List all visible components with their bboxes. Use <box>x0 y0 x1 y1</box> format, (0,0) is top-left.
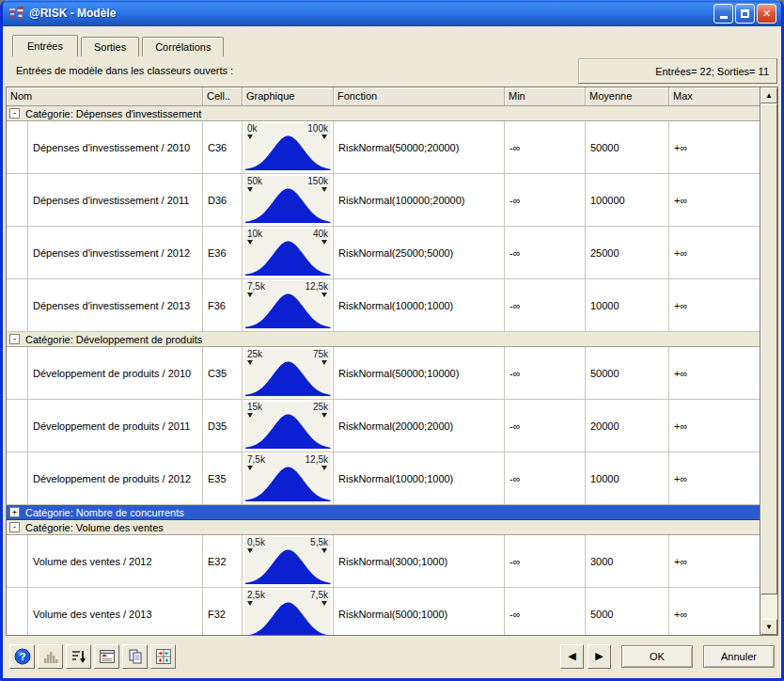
risk-model-window: @RISK - Modèle ✕ Entrées Sorties Corréla… <box>0 0 784 681</box>
cell-graph: 10k 40k <box>243 227 334 278</box>
col-header-moyenne[interactable]: Moyenne <box>586 87 669 106</box>
input-row[interactable]: Volume des ventes / 2013 F32 2,5k 7,5k R… <box>7 588 760 635</box>
tab-correlations[interactable]: Corrélations <box>142 37 224 56</box>
distribution-thumbnail: 0k 100k <box>244 123 331 171</box>
col-header-graphique[interactable]: Graphique <box>243 87 334 106</box>
cell-max: +∞ <box>669 400 760 451</box>
cell-nom: Développement de produits / 2010 <box>28 347 203 399</box>
vertical-scrollbar[interactable]: ▲ ▼ <box>760 87 777 635</box>
cancel-button[interactable]: Annuler <box>703 645 775 668</box>
cell-moyenne: 3000 <box>586 535 669 587</box>
report-button[interactable] <box>94 644 119 669</box>
bell-curve-shape <box>245 362 331 397</box>
tab-sorties[interactable]: Sorties <box>81 37 139 56</box>
scroll-down-icon: ▼ <box>765 623 773 631</box>
bell-curve-icon <box>245 360 331 396</box>
graph-min-label: 7,5k <box>247 454 265 465</box>
input-row[interactable]: Dépenses d'investissement / 2010 C36 0k … <box>7 121 760 174</box>
cell-fonction: RiskNormal(100000;20000) <box>334 174 505 226</box>
scroll-down-button[interactable]: ▼ <box>760 619 777 635</box>
cell-fonction: RiskNormal(50000;20000) <box>334 121 505 173</box>
report-icon <box>99 648 116 665</box>
cell-moyenne: 10000 <box>586 452 669 504</box>
bell-curve-icon <box>245 240 331 276</box>
input-row[interactable]: Développement de produits / 2010 C35 25k… <box>7 347 760 400</box>
expand-toggle[interactable]: + <box>9 507 20 517</box>
cell-graph: 0,5k 5,5k <box>243 535 334 587</box>
bell-curve-shape <box>245 189 331 224</box>
prev-button[interactable]: ◀ <box>560 644 584 669</box>
cell-min: -∞ <box>505 121 586 173</box>
entries-outputs-count: Entrées= 22; Sorties= 11 <box>578 58 777 84</box>
bell-curve-icon <box>245 548 331 584</box>
ok-button[interactable]: OK <box>621 645 693 668</box>
graph-max-marker-icon <box>321 548 327 553</box>
help-button[interactable]: ? <box>9 644 35 669</box>
category-row[interactable]: - Catégorie: Volume des ventes <box>7 520 760 535</box>
inputs-table: Nom Cell.. Graphique Fonction Min Moyenn… <box>6 87 778 636</box>
tab-entrees[interactable]: Entrées <box>12 35 78 56</box>
next-button[interactable]: ▶ <box>588 644 611 669</box>
bell-curve-shape <box>245 136 331 171</box>
cell-ref: F32 <box>203 588 243 635</box>
col-header-max[interactable]: Max <box>669 87 760 106</box>
row-gutter <box>7 452 28 504</box>
cell-min: -∞ <box>505 347 586 399</box>
cell-fonction: RiskNormal(5000;1000) <box>334 588 505 635</box>
input-row[interactable]: Dépenses d'investissement / 2012 E36 10k… <box>7 227 760 279</box>
cell-max: +∞ <box>669 588 760 635</box>
histogram-button[interactable] <box>38 644 63 669</box>
col-header-min[interactable]: Min <box>505 87 586 106</box>
category-row[interactable]: - Catégorie: Développement de produits <box>7 332 760 347</box>
sort-button[interactable] <box>66 644 91 669</box>
scrollbar-track[interactable] <box>760 594 777 619</box>
col-header-cell[interactable]: Cell.. <box>203 87 243 106</box>
footer-bar: ? <box>3 636 781 678</box>
expand-toggle[interactable]: - <box>9 108 20 119</box>
graph-max-label: 12,5k <box>306 281 328 292</box>
copy-icon <box>127 648 144 665</box>
app-icon <box>8 6 24 22</box>
copy-button[interactable] <box>122 644 148 669</box>
excel-grid-button[interactable] <box>150 644 176 669</box>
maximize-button[interactable] <box>735 4 755 24</box>
cell-nom: Dépenses d'investissement / 2011 <box>28 174 203 226</box>
bell-curve-icon <box>245 601 331 635</box>
input-row[interactable]: Dépenses d'investissement / 2011 D36 50k… <box>7 174 760 227</box>
expand-toggle[interactable]: - <box>9 522 20 532</box>
bell-curve-icon <box>245 135 331 170</box>
cell-ref: E32 <box>203 535 243 587</box>
expand-toggle[interactable]: - <box>9 334 20 344</box>
category-row[interactable]: + Catégorie: Nombre de concurrents <box>7 505 760 520</box>
bell-curve-icon <box>245 187 331 223</box>
cell-moyenne: 100000 <box>586 174 669 226</box>
input-row[interactable]: Développement de produits / 2012 E35 7,5… <box>7 452 760 505</box>
input-row[interactable]: Volume des ventes / 2012 E32 0,5k 5,5k R… <box>7 535 760 588</box>
minimize-button[interactable] <box>713 4 733 24</box>
graph-max-marker-icon <box>321 466 327 470</box>
graph-min-marker-icon <box>247 360 253 365</box>
graph-min-label: 0,5k <box>247 537 265 547</box>
close-button[interactable]: ✕ <box>757 4 776 24</box>
graph-min-marker-icon <box>247 187 253 192</box>
cell-graph: 0k 100k <box>243 121 334 173</box>
cell-nom: Dépenses d'investissement / 2013 <box>28 279 203 331</box>
graph-min-label: 2,5k <box>247 590 265 600</box>
graph-min-marker-icon <box>247 466 253 470</box>
distribution-thumbnail: 2,5k 7,5k <box>244 590 331 635</box>
distribution-thumbnail: 50k 150k <box>244 176 331 224</box>
cell-max: +∞ <box>669 347 760 399</box>
category-row[interactable]: - Catégorie: Dépenses d'investissement <box>7 106 760 121</box>
col-header-fonction[interactable]: Fonction <box>334 87 505 106</box>
scrollbar-thumb[interactable] <box>760 103 777 594</box>
input-row[interactable]: Dépenses d'investissement / 2013 F36 7,5… <box>7 279 760 332</box>
excel-grid-icon <box>155 648 172 665</box>
titlebar[interactable]: @RISK - Modèle ✕ <box>3 0 781 26</box>
col-header-nom[interactable]: Nom <box>7 87 203 106</box>
scroll-up-button[interactable]: ▲ <box>760 87 777 103</box>
cell-fonction: RiskNormal(20000;2000) <box>334 400 505 451</box>
input-row[interactable]: Développement de produits / 2011 D35 15k… <box>7 400 760 452</box>
cell-moyenne: 50000 <box>586 121 669 173</box>
graph-max-label: 100k <box>307 123 328 134</box>
cell-fonction: RiskNormal(25000;5000) <box>334 227 505 278</box>
